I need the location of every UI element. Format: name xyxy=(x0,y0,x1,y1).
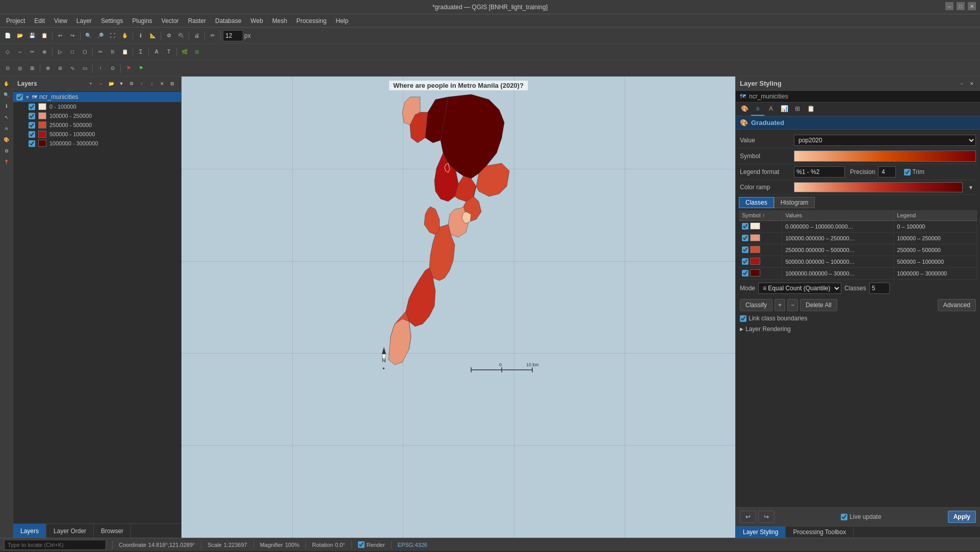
zoom-full-btn[interactable]: ⛶ xyxy=(107,30,118,41)
tool-label[interactable]: A xyxy=(2,123,12,134)
class-check-3[interactable] xyxy=(742,258,749,265)
save-as-btn[interactable]: 📋 xyxy=(39,30,50,41)
zoom-out-btn[interactable]: 🔎 xyxy=(95,30,106,41)
tool-settings[interactable]: ⚙ xyxy=(2,146,12,156)
value-select[interactable]: pop2020 xyxy=(794,135,976,146)
print-btn[interactable]: 🖨 xyxy=(191,30,202,41)
styling-tab-paint[interactable]: 🎨 xyxy=(738,103,751,116)
layer-visibility-check[interactable] xyxy=(16,94,23,101)
redo-style-btn[interactable]: ↪ xyxy=(758,511,775,523)
classify-button[interactable]: Classify xyxy=(740,299,772,311)
layer-filter-btn[interactable]: ▼ xyxy=(117,79,126,88)
snap3-btn[interactable]: ⊞ xyxy=(27,63,38,74)
tab-layers[interactable]: Layers xyxy=(13,524,46,538)
rectangle-btn[interactable]: ▭ xyxy=(79,63,90,74)
edit-node-btn[interactable]: ◇ xyxy=(2,46,13,58)
ls-tab-styling[interactable]: Layer Styling xyxy=(736,526,786,538)
mode-select[interactable]: ≡ Equal Count (Quantile) Equal Interval … xyxy=(758,283,841,294)
menu-settings[interactable]: Settings xyxy=(97,16,127,26)
straight-btn[interactable]: ⊘ xyxy=(55,63,66,74)
close-panel-btn[interactable]: ✕ xyxy=(158,79,167,88)
class-swatch-4[interactable] xyxy=(750,269,760,277)
layer-down-btn[interactable]: ↓ xyxy=(147,79,157,88)
legend-check-0[interactable] xyxy=(29,104,35,110)
classify-minus-btn[interactable]: − xyxy=(787,299,798,311)
zoom-in-btn[interactable]: 🔍 xyxy=(83,30,94,41)
split-btn[interactable]: ✂ xyxy=(27,46,38,58)
menu-web[interactable]: Web xyxy=(246,16,267,26)
styling-tab-renderer[interactable]: ≡ xyxy=(751,103,764,116)
loc-btn[interactable]: ⊙ xyxy=(107,63,118,74)
menu-raster[interactable]: Raster xyxy=(184,16,210,26)
tool-select[interactable]: ↖ xyxy=(2,112,12,122)
symbol-preview[interactable] xyxy=(794,150,976,162)
tool-zoom-in[interactable]: 🔍 xyxy=(2,90,12,100)
render-check[interactable] xyxy=(358,541,365,548)
live-update-check[interactable] xyxy=(841,514,847,520)
menu-processing[interactable]: Processing xyxy=(292,16,330,26)
styling-tab-fields[interactable]: ⊞ xyxy=(791,103,804,116)
close-button[interactable]: ✕ xyxy=(968,2,976,10)
delete-all-button[interactable]: Delete All xyxy=(800,299,837,311)
save-project-btn[interactable]: 💾 xyxy=(27,30,38,41)
styling-tab-diagrams[interactable]: 📊 xyxy=(778,103,791,116)
apply-button[interactable]: Apply xyxy=(948,511,976,523)
grass-btn[interactable]: 🌿 xyxy=(179,46,190,58)
digitize-btn[interactable]: ✏ xyxy=(207,30,218,41)
menu-plugins[interactable]: Plugins xyxy=(128,16,156,26)
select-btn[interactable]: ▷ xyxy=(55,46,66,58)
grass2-btn[interactable]: ⊞ xyxy=(191,46,202,58)
label-btn[interactable]: A xyxy=(151,46,162,58)
undo-style-btn[interactable]: ↩ xyxy=(740,511,756,523)
styling-tab-attributes[interactable]: 📋 xyxy=(804,103,817,116)
curve-btn[interactable]: ∿ xyxy=(67,63,78,74)
snap2-btn[interactable]: ◎ xyxy=(14,63,25,74)
tool-info[interactable]: ℹ xyxy=(2,101,12,111)
legend-check-1[interactable] xyxy=(29,113,35,119)
legend-format-input[interactable] xyxy=(794,166,845,178)
redo-btn[interactable]: ↪ xyxy=(67,30,78,41)
layer-up-btn[interactable]: ↑ xyxy=(137,79,146,88)
tab-layer-order[interactable]: Layer Order xyxy=(46,524,94,538)
undo-btn[interactable]: ↩ xyxy=(55,30,66,41)
annotate-btn[interactable]: T xyxy=(163,46,174,58)
menu-vector[interactable]: Vector xyxy=(158,16,183,26)
menu-project[interactable]: Project xyxy=(2,16,29,26)
tab-histogram[interactable]: Histogram xyxy=(774,197,815,208)
merge-btn[interactable]: ⊕ xyxy=(39,46,50,58)
legend-check-2[interactable] xyxy=(29,122,35,129)
layer-remove-btn[interactable]: − xyxy=(96,79,106,88)
styling-tab-labels[interactable]: A xyxy=(764,103,778,116)
class-swatch-0[interactable] xyxy=(750,222,760,230)
menu-view[interactable]: View xyxy=(50,16,71,26)
select-poly-btn[interactable]: ⬡ xyxy=(79,46,90,58)
minimize-button[interactable]: – xyxy=(945,2,953,10)
trim-checkbox[interactable] xyxy=(904,169,911,175)
move-feature-btn[interactable]: ↔ xyxy=(14,46,25,58)
tab-classes[interactable]: Classes xyxy=(739,197,774,208)
snap-btn[interactable]: ⊙ xyxy=(2,63,13,74)
pan-btn[interactable]: ✋ xyxy=(119,30,131,41)
color-ramp-options-btn[interactable]: ▼ xyxy=(966,182,976,192)
link-boundaries-check[interactable] xyxy=(740,315,746,322)
advanced-button[interactable]: Advanced xyxy=(938,299,976,311)
ls-tab-processing[interactable]: Processing Toolbox xyxy=(786,526,854,538)
map-area[interactable]: Where are people in Metro Manila (2020)? xyxy=(182,77,735,538)
measure-btn[interactable]: 📐 xyxy=(147,30,159,41)
layer-rendering-section[interactable]: ▶ Layer Rendering xyxy=(739,323,977,335)
classes-count-input[interactable] xyxy=(869,283,890,294)
styling-panel-close[interactable]: ✕ xyxy=(968,80,976,88)
menu-edit[interactable]: Edit xyxy=(30,16,49,26)
field-calc-btn[interactable]: Σ xyxy=(135,46,146,58)
legend-check-4[interactable] xyxy=(29,140,35,147)
detach-panel-btn[interactable]: ⊞ xyxy=(168,79,177,88)
advanced-dig-btn[interactable]: ⊕ xyxy=(42,63,54,74)
legend-check-3[interactable] xyxy=(29,131,35,138)
font-size-input[interactable]: 12 xyxy=(223,30,243,41)
class-check-0[interactable] xyxy=(742,223,749,230)
tool-locate[interactable]: 📍 xyxy=(2,157,12,167)
open-project-btn[interactable]: 📂 xyxy=(14,30,25,41)
layer-row-ncr[interactable]: ▼ 🗺 ncr_municities xyxy=(13,92,181,102)
tool-style[interactable]: 🎨 xyxy=(2,135,12,145)
class-check-4[interactable] xyxy=(742,270,749,277)
